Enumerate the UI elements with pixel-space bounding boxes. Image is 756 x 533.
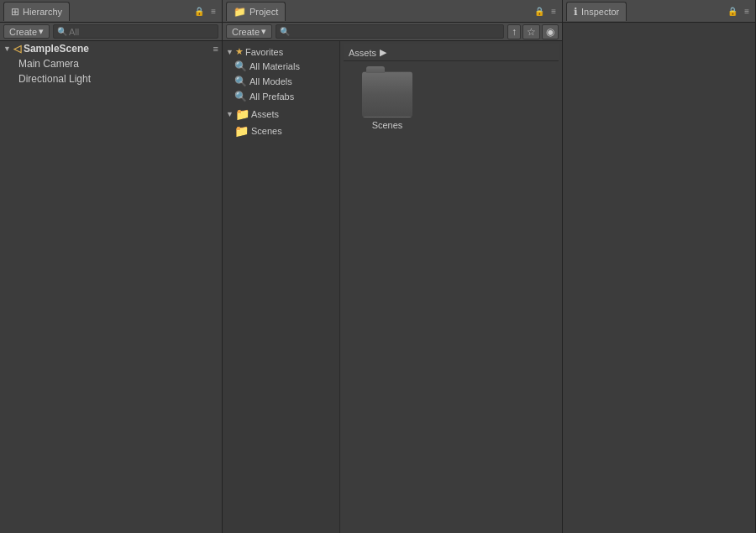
project-tab-label: Project <box>249 7 278 17</box>
hierarchy-tab-icon: ⊞ <box>11 6 19 18</box>
project-toolbar: Create ▾ 🔍 ↑ ☆ ◉ <box>223 23 562 41</box>
assets-folder-icon: 📁 <box>235 107 249 121</box>
project-body: ▼ ★ Favorites 🔍 All Materials 🔍 All Mode… <box>223 41 562 533</box>
favorites-header[interactable]: ▼ ★ Favorites <box>223 44 339 59</box>
hierarchy-panel: ⊞ Hierarchy 🔒 ≡ Create ▾ 🔍 ▼ ◁ <box>0 0 223 533</box>
hierarchy-tab-bar: ⊞ Hierarchy 🔒 ≡ <box>0 0 222 23</box>
all-prefabs-search-icon: 🔍 <box>234 91 247 102</box>
favorites-label: Favorites <box>245 47 283 57</box>
breadcrumb-arrow: ▶ <box>380 47 386 58</box>
inspector-tab-label: Inspector <box>581 7 619 17</box>
breadcrumb-label: Assets <box>349 48 376 58</box>
hierarchy-item-maincamera-label: Main Camera <box>18 58 79 70</box>
favorites-section: ▼ ★ Favorites 🔍 All Materials 🔍 All Mode… <box>223 44 339 104</box>
sidebar-item-scenes[interactable]: 📁 Scenes <box>223 123 339 139</box>
folder-item-scenes-label: Scenes <box>372 120 403 130</box>
hierarchy-menu-btn[interactable]: ≡ <box>208 6 218 17</box>
project-main: Assets ▶ Scenes <box>340 41 562 533</box>
project-icon-upload[interactable]: ↑ <box>507 24 521 39</box>
assets-header[interactable]: ▼ 📁 Assets <box>223 106 339 123</box>
hierarchy-tab[interactable]: ⊞ Hierarchy <box>3 2 70 21</box>
hierarchy-toolbar: Create ▾ 🔍 <box>0 23 222 41</box>
inspector-panel: ℹ Inspector 🔒 ≡ <box>563 0 756 533</box>
hierarchy-content: ▼ ◁ SampleScene ≡ Main Camera Directiona… <box>0 41 222 533</box>
hierarchy-create-label: Create <box>9 27 37 37</box>
project-sidebar: ▼ ★ Favorites 🔍 All Materials 🔍 All Mode… <box>223 41 340 533</box>
hierarchy-scene-menu: ≡ <box>213 44 218 54</box>
inspector-tab-actions: 🔒 ≡ <box>725 6 752 17</box>
project-search-icon: 🔍 <box>280 27 290 36</box>
project-create-label: Create <box>232 27 260 37</box>
sidebar-item-all-prefabs[interactable]: 🔍 All Prefabs <box>223 89 339 104</box>
project-tab-bar: 📁 Project 🔒 ≡ <box>223 0 562 23</box>
inspector-menu-btn[interactable]: ≡ <box>742 6 752 17</box>
all-prefabs-label: All Prefabs <box>249 91 294 102</box>
project-search-input[interactable] <box>291 27 500 37</box>
sidebar-item-all-models[interactable]: 🔍 All Models <box>223 74 339 89</box>
hierarchy-triangle: ▼ <box>3 44 11 53</box>
hierarchy-search-box[interactable]: 🔍 <box>53 24 218 39</box>
favorites-triangle: ▼ <box>226 48 234 56</box>
all-materials-label: All Materials <box>249 61 300 71</box>
hierarchy-item-directionallight[interactable]: Directional Light <box>0 71 222 86</box>
inspector-body <box>563 23 755 533</box>
project-icon-star[interactable]: ☆ <box>522 24 540 39</box>
assets-breadcrumb: Assets ▶ <box>344 44 559 61</box>
project-toolbar-icons: ↑ ☆ ◉ <box>507 24 559 39</box>
hierarchy-lock-btn[interactable]: 🔒 <box>192 6 207 17</box>
project-items-grid: Scenes <box>344 61 559 140</box>
project-panel: 📁 Project 🔒 ≡ Create ▾ 🔍 ↑ ☆ ◉ <box>223 0 563 533</box>
assets-label: Assets <box>251 109 279 119</box>
assets-section: ▼ 📁 Assets 📁 Scenes <box>223 106 339 139</box>
hierarchy-create-arrow: ▾ <box>39 26 44 37</box>
hierarchy-create-button[interactable]: Create ▾ <box>3 24 50 39</box>
hierarchy-tab-actions: 🔒 ≡ <box>192 6 218 17</box>
project-create-button[interactable]: Create ▾ <box>226 24 272 39</box>
hierarchy-item-directionallight-label: Directional Light <box>18 73 91 85</box>
hierarchy-scene-name: SampleScene <box>24 43 89 55</box>
hierarchy-scene-root[interactable]: ▼ ◁ SampleScene ≡ <box>0 41 222 56</box>
scenes-label: Scenes <box>251 126 282 136</box>
sidebar-item-all-materials[interactable]: 🔍 All Materials <box>223 59 339 74</box>
hierarchy-item-maincamera[interactable]: Main Camera <box>0 56 222 71</box>
inspector-tab[interactable]: ℹ Inspector <box>566 2 627 21</box>
all-models-label: All Models <box>249 76 292 86</box>
hierarchy-search-input[interactable] <box>69 27 214 37</box>
hierarchy-tab-label: Hierarchy <box>23 7 62 17</box>
folder-thumb-scenes <box>362 71 412 118</box>
project-lock-btn[interactable]: 🔒 <box>532 6 547 17</box>
scenes-folder-icon: 📁 <box>234 124 249 138</box>
project-icon-eye[interactable]: ◉ <box>542 24 559 39</box>
project-create-arrow: ▾ <box>261 26 266 37</box>
project-menu-btn[interactable]: ≡ <box>549 6 559 17</box>
hierarchy-search-icon: 🔍 <box>57 27 67 36</box>
inspector-lock-btn[interactable]: 🔒 <box>725 6 740 17</box>
inspector-tab-bar: ℹ Inspector 🔒 ≡ <box>563 0 755 23</box>
scene-icon: ◁ <box>13 43 21 55</box>
project-tab-actions: 🔒 ≡ <box>532 6 559 17</box>
inspector-tab-icon: ℹ <box>574 6 578 18</box>
project-tab[interactable]: 📁 Project <box>226 2 286 21</box>
favorites-star-icon: ★ <box>235 46 244 57</box>
all-models-search-icon: 🔍 <box>234 76 247 87</box>
project-tab-icon: 📁 <box>234 6 246 18</box>
project-search-box[interactable]: 🔍 <box>276 24 504 39</box>
folder-item-scenes[interactable]: Scenes <box>354 71 421 130</box>
assets-triangle: ▼ <box>226 110 234 118</box>
all-materials-search-icon: 🔍 <box>234 60 247 72</box>
